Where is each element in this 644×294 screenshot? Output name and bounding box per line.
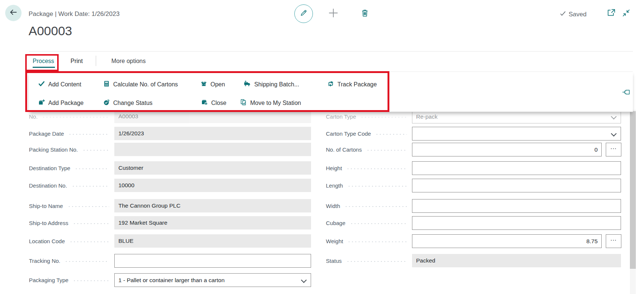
saved-status: Saved bbox=[560, 10, 586, 19]
length-input[interactable] bbox=[412, 179, 621, 192]
edit-button[interactable] bbox=[294, 4, 313, 23]
box-plus-icon bbox=[38, 99, 45, 107]
field-no-of-cartons: No. of Cartons bbox=[326, 143, 409, 156]
breadcrumb[interactable]: Package | Work Date: 1/26/2023 bbox=[29, 10, 120, 18]
field-package-date-value: 1/26/2023 bbox=[114, 127, 311, 140]
pin-icon bbox=[622, 90, 632, 96]
field-tracking-no: Tracking No. bbox=[29, 254, 111, 267]
cubage-input[interactable] bbox=[412, 216, 621, 230]
new-button[interactable] bbox=[328, 8, 339, 19]
open-in-window-button[interactable] bbox=[607, 9, 615, 18]
page-title: A00003 bbox=[29, 24, 72, 38]
chevron-down-icon bbox=[611, 131, 617, 137]
field-package-date: Package Date bbox=[29, 127, 111, 140]
packaging-type-select[interactable]: 1 - Pallet or container larger than a ca… bbox=[114, 273, 311, 287]
delete-button[interactable] bbox=[360, 9, 369, 19]
status-check-circle-icon bbox=[103, 99, 110, 107]
field-packing-station-no: Packing Station No. bbox=[29, 143, 111, 156]
truck-icon bbox=[244, 80, 251, 89]
field-length: Length bbox=[326, 179, 409, 192]
scrollbar-thumb[interactable] bbox=[630, 111, 636, 269]
menu-item-move-to-my-station[interactable]: Move to My Station bbox=[240, 99, 301, 108]
closed-box-icon bbox=[201, 99, 208, 107]
tracking-no-input[interactable] bbox=[114, 254, 311, 268]
field-location-code: Location Code bbox=[29, 234, 111, 248]
chevron-down-icon bbox=[611, 114, 617, 120]
weight-assist-button[interactable]: ... bbox=[606, 234, 621, 248]
field-destination-type: Destination Type bbox=[29, 161, 111, 175]
field-status: Status bbox=[326, 254, 409, 267]
route-arrows-icon bbox=[327, 80, 334, 89]
package-card-page: Package | Work Date: 1/26/2023 Saved A00… bbox=[0, 0, 644, 294]
tab-divider bbox=[96, 56, 96, 66]
field-destination-no: Destination No. bbox=[29, 179, 111, 192]
menu-item-close[interactable]: Close bbox=[201, 99, 226, 108]
move-station-icon bbox=[240, 99, 247, 107]
back-arrow-icon bbox=[9, 8, 18, 18]
field-destination-no-value: 10000 bbox=[114, 179, 311, 192]
menu-item-change-status[interactable]: Change Status bbox=[103, 99, 153, 108]
pin-menu-button[interactable] bbox=[622, 89, 632, 97]
pencil-icon bbox=[300, 9, 308, 19]
collapse-icon bbox=[622, 9, 630, 19]
tab-more-options[interactable]: More options bbox=[111, 58, 146, 65]
field-ship-to-address-value: 192 Market Square bbox=[114, 216, 311, 229]
tab-print[interactable]: Print bbox=[71, 58, 83, 65]
plus-icon bbox=[328, 7, 339, 20]
menu-item-shipping-batch[interactable]: Shipping Batch... bbox=[244, 80, 299, 89]
check-icon bbox=[38, 80, 45, 89]
field-cubage: Cubage bbox=[326, 216, 409, 229]
chevron-down-icon bbox=[301, 277, 307, 283]
menu-item-add-package[interactable]: Add Package bbox=[38, 99, 84, 108]
menu-item-open[interactable]: Open bbox=[200, 80, 225, 89]
back-button[interactable] bbox=[5, 5, 22, 21]
field-carton-type-code: Carton Type Code bbox=[326, 127, 409, 140]
weight-input[interactable] bbox=[412, 234, 602, 248]
field-packing-station-no-value bbox=[114, 143, 311, 156]
process-action-menu: Add Content Calculate No. of Cartons Ope… bbox=[29, 72, 633, 112]
field-height: Height bbox=[326, 161, 409, 175]
menu-item-track-package[interactable]: Track Package bbox=[327, 80, 377, 89]
tab-process-underline bbox=[33, 67, 55, 68]
field-location-code-value: BLUE bbox=[114, 234, 311, 248]
calculator-icon bbox=[103, 80, 110, 89]
saved-label: Saved bbox=[569, 11, 586, 18]
width-input[interactable] bbox=[412, 199, 621, 213]
field-width: Width bbox=[326, 199, 409, 212]
tab-process[interactable]: Process bbox=[33, 58, 54, 65]
field-ship-to-address: Ship-to Address bbox=[29, 216, 111, 229]
no-of-cartons-input[interactable] bbox=[412, 143, 602, 156]
field-weight: Weight bbox=[326, 234, 409, 248]
no-of-cartons-assist-button[interactable]: ... bbox=[606, 143, 621, 156]
field-ship-to-name-value: The Cannon Group PLC bbox=[114, 199, 311, 212]
popout-icon bbox=[607, 9, 615, 19]
status-badge: Packed bbox=[412, 254, 621, 267]
height-input[interactable] bbox=[412, 161, 621, 175]
collapse-button[interactable] bbox=[622, 9, 631, 18]
trash-icon bbox=[361, 9, 369, 19]
check-icon bbox=[560, 10, 566, 19]
field-ship-to-name: Ship-to Name bbox=[29, 199, 111, 212]
carton-type-code-select[interactable] bbox=[412, 127, 621, 141]
tab-strip-divider bbox=[29, 51, 633, 52]
menu-item-add-content[interactable]: Add Content bbox=[38, 80, 81, 89]
field-destination-type-value: Customer bbox=[114, 161, 311, 175]
open-box-icon bbox=[200, 80, 207, 89]
field-packaging-type: Packaging Type bbox=[29, 273, 111, 287]
menu-item-calculate-cartons[interactable]: Calculate No. of Cartons bbox=[103, 80, 178, 89]
